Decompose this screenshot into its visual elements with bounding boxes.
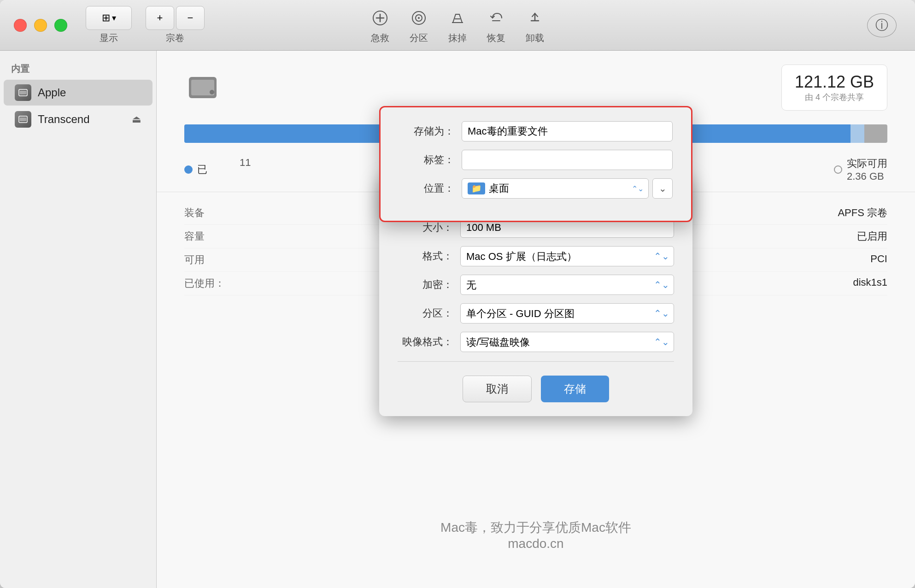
unmount-item: 卸载 xyxy=(520,6,550,44)
image-format-label: 映像格式： xyxy=(398,335,453,349)
unmount-button[interactable] xyxy=(520,6,550,30)
used-stat: 已 xyxy=(184,157,207,182)
image-format-select[interactable]: 读/写磁盘映像 xyxy=(460,332,674,352)
save-button[interactable]: 存储 xyxy=(541,376,609,402)
svg-rect-8 xyxy=(20,118,26,121)
format-label: 格式： xyxy=(398,249,453,263)
app-window: ⊞ ▾ 显示 + − 宗卷 xyxy=(0,0,915,588)
free-dot xyxy=(834,165,842,174)
minus-icon: − xyxy=(188,12,194,24)
free-value: 2.36 GB xyxy=(847,171,887,182)
partition-row: 分区： 单个分区 - GUID 分区图 ⌃⌄ xyxy=(398,303,674,323)
watermark: Mac毒，致力于分享优质Mac软件 macdo.cn xyxy=(440,519,631,551)
detail-used-label: 已使用： xyxy=(184,276,225,290)
eject-icon[interactable]: ⏏ xyxy=(132,113,141,125)
maximize-button[interactable] xyxy=(54,19,67,32)
sidebar-item-apple[interactable]: Apple xyxy=(4,80,152,106)
erase-button[interactable] xyxy=(443,6,472,30)
detail-device-value: disk1s1 xyxy=(853,276,887,290)
sidebar-item-transcend[interactable]: Transcend ⏏ xyxy=(4,106,152,132)
detail-capacity-label: 容量 xyxy=(184,229,205,243)
watermark-line2: macdo.cn xyxy=(440,536,631,551)
detail-type-value: APFS 宗卷 xyxy=(838,206,887,220)
cancel-button[interactable]: 取消 xyxy=(463,376,532,402)
save-as-row: 存储为： xyxy=(399,121,673,141)
watermark-line1: Mac毒，致力于分享优质Mac软件 xyxy=(440,519,631,536)
add-icon: + xyxy=(157,12,163,24)
disk-size-number: 121.12 GB xyxy=(795,72,874,92)
remove-volume-button[interactable]: − xyxy=(176,6,205,30)
restore-button[interactable] xyxy=(481,6,511,30)
save-as-dialog: 存储为： 标签： 位置： 📁 桌面 ⌃⌄ xyxy=(379,106,692,222)
detail-capacity-value: 已启用 xyxy=(857,229,887,243)
rescue-label: 急救 xyxy=(371,32,389,44)
free-label: 实际可用 xyxy=(847,157,887,171)
sidebar: 内置 Apple Transcend ⏏ xyxy=(0,51,157,588)
location-label: 位置： xyxy=(399,182,454,195)
sidebar-apple-label: Apple xyxy=(38,86,66,99)
partition-button[interactable] xyxy=(404,6,434,30)
sidebar-section-title: 内置 xyxy=(0,60,156,78)
titlebar: ⊞ ▾ 显示 + − 宗卷 xyxy=(0,0,915,51)
rescue-item: 急救 xyxy=(365,6,395,44)
partition-label: 分区： xyxy=(398,306,453,320)
minimize-button[interactable] xyxy=(34,19,47,32)
location-value: 桌面 xyxy=(489,182,509,195)
info-icon: ⓘ xyxy=(875,17,888,34)
svg-point-11 xyxy=(210,90,214,94)
partition-select[interactable]: 单个分区 - GUID 分区图 xyxy=(460,303,674,323)
restore-item: 恢复 xyxy=(481,6,511,44)
free-stat: 实际可用 2.36 GB xyxy=(834,157,887,182)
expand-chevron-icon: ⌄ xyxy=(659,183,667,194)
used-label: 已 xyxy=(197,163,207,176)
close-button[interactable] xyxy=(14,19,27,32)
toolbar-display-group: ⊞ ▾ 显示 xyxy=(86,6,132,44)
size-label: 大小： xyxy=(398,221,453,235)
format-row: 格式： Mac OS 扩展（日志式） ⌃⌄ xyxy=(398,246,674,266)
content-area: 121.12 GB 由 4 个宗卷共享 已 11 xyxy=(157,51,915,588)
encrypt-select-wrapper: 无 ⌃⌄ xyxy=(460,275,674,295)
used-value: 11 xyxy=(240,157,251,182)
location-select[interactable]: 📁 桌面 ⌃⌄ xyxy=(462,178,649,199)
image-format-row: 映像格式： 读/写磁盘映像 ⌃⌄ xyxy=(398,332,674,352)
toolbar-left: ⊞ ▾ 显示 + − 宗卷 xyxy=(86,6,205,44)
format-select-wrapper: Mac OS 扩展（日志式） ⌃⌄ xyxy=(460,246,674,266)
tag-label: 标签： xyxy=(399,153,454,167)
erase-item: 抹掉 xyxy=(443,6,472,44)
encrypt-label: 加密： xyxy=(398,278,453,292)
partition-label: 分区 xyxy=(410,32,428,44)
traffic-lights xyxy=(14,19,67,32)
other-partition-segment xyxy=(864,124,887,143)
location-row: 位置： 📁 桌面 ⌃⌄ ⌄ xyxy=(399,178,673,199)
used-dot xyxy=(184,165,193,174)
erase-label: 抹掉 xyxy=(448,32,467,44)
dialog-divider xyxy=(398,361,674,362)
display-button[interactable]: ⊞ ▾ xyxy=(86,6,132,30)
display-icon: ⊞ xyxy=(102,12,110,24)
encrypt-row: 加密： 无 ⌃⌄ xyxy=(398,275,674,295)
transcend-disk-icon xyxy=(15,111,31,128)
disk-size-badge: 121.12 GB 由 4 个宗卷共享 xyxy=(781,65,887,111)
sidebar-transcend-label: Transcend xyxy=(38,113,90,126)
add-volume-button[interactable]: + xyxy=(146,6,174,30)
rescue-button[interactable] xyxy=(365,6,395,30)
tag-input[interactable] xyxy=(462,150,673,170)
svg-point-3 xyxy=(418,17,420,19)
free-partition-segment xyxy=(850,124,864,143)
restore-label: 恢复 xyxy=(487,32,505,44)
location-folder-icon: 📁 xyxy=(468,182,485,194)
info-button[interactable]: ⓘ xyxy=(867,13,897,37)
detail-available-value: PCI xyxy=(870,253,887,267)
toolbar-actions: 急救 分区 xyxy=(365,6,550,44)
svg-rect-6 xyxy=(20,91,26,94)
location-expand-button[interactable]: ⌄ xyxy=(652,178,673,199)
location-chevron-icon: ⌃⌄ xyxy=(632,184,644,193)
detail-available-label: 可用 xyxy=(184,253,205,267)
detail-type-label: 装备 xyxy=(184,206,205,220)
save-as-input[interactable] xyxy=(462,121,673,141)
volume-label: 宗卷 xyxy=(166,32,184,44)
tag-row: 标签： xyxy=(399,150,673,170)
encrypt-select[interactable]: 无 xyxy=(460,275,674,295)
format-select[interactable]: Mac OS 扩展（日志式） xyxy=(460,246,674,266)
disk-size-label: 由 4 个宗卷共享 xyxy=(795,92,874,103)
